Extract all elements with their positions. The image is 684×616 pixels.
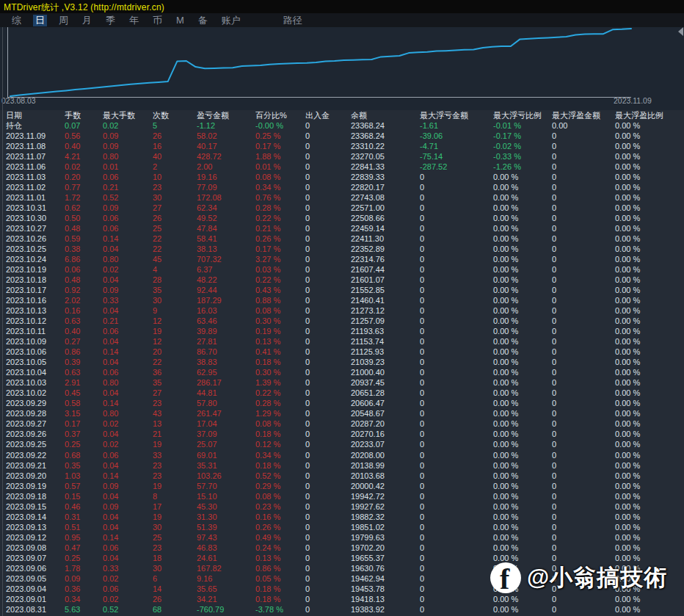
menu-item-季[interactable]: 季: [103, 15, 117, 26]
table-row[interactable]: 2023.09.130.510.043051.390.26 %019851.02…: [0, 522, 684, 532]
table-row[interactable]: 2023.09.010.340.022634.210.18 %019418.13…: [0, 594, 684, 604]
cell-max-lots: 0.09: [103, 141, 153, 151]
table-row[interactable]: 2023.09.150.460.091745.300.23 %019927.62…: [0, 501, 684, 512]
table-row[interactable]: 2023.09.290.580.142357.800.28 %020606.47…: [0, 398, 684, 408]
column-header-max-float-profit[interactable]: 最大浮盈金额: [552, 110, 615, 120]
table-row[interactable]: 2023.10.032.910.8035286.171.39 %020937.4…: [0, 377, 684, 388]
menu-item-账户[interactable]: 账户: [219, 15, 243, 26]
cell-date: 2023.09.21: [6, 460, 65, 471]
cell-max-lots: 0.04: [103, 305, 153, 316]
cell-max-lots: 0.06: [103, 213, 153, 223]
cell-lots: 0.20: [65, 172, 103, 182]
column-header-trades[interactable]: 次数: [153, 110, 197, 120]
cell-lots: 0.56: [65, 131, 103, 141]
cell-max-lots: 0.09: [103, 131, 153, 141]
table-row[interactable]: 2023.10.090.270.041227.810.13 %021153.74…: [0, 336, 684, 347]
table-row[interactable]: 2023.09.270.170.021317.040.08 %020287.20…: [0, 418, 684, 429]
table-row[interactable]: 2023.10.130.160.04916.030.08 %021273.120…: [0, 305, 684, 316]
table-row[interactable]: 2023.09.250.250.021925.070.12 %020233.07…: [0, 439, 684, 449]
table-row[interactable]: 2023.10.040.630.063662.950.30 %021000.40…: [0, 367, 684, 377]
cell-max-float-loss: 0: [420, 584, 493, 594]
scroll-left-arrow-icon[interactable]: [678, 27, 683, 36]
equity-line: [10, 29, 631, 96]
table-row[interactable]: 2023.10.310.620.092762.340.28 %022571.00…: [0, 203, 684, 213]
table-row[interactable]: 2023.09.080.470.062346.830.24 %019702.20…: [0, 543, 684, 553]
table-row[interactable]: 2023.09.120.950.142597.430.49 %019799.63…: [0, 532, 684, 543]
menu-item-周[interactable]: 周: [57, 15, 70, 26]
cell-max-float-loss: 0: [420, 254, 493, 264]
table-row[interactable]: 2023.10.246.860.8045707.323.27 %022314.7…: [0, 254, 684, 264]
column-header-pl-amount[interactable]: 盈亏金额: [197, 110, 255, 120]
cell-pl-percent: 0.28 %: [255, 203, 305, 213]
column-header-max-float-loss-ratio[interactable]: 最大浮亏比例: [493, 110, 552, 120]
column-header-lots[interactable]: 手数: [65, 110, 103, 120]
cell-max-lots: 0.06: [103, 543, 153, 553]
table-row[interactable]: 2023.10.020.450.042744.810.22 %020651.28…: [0, 388, 684, 398]
table-row[interactable]: 2023.10.260.590.142258.410.26 %022411.30…: [0, 233, 684, 244]
table-row[interactable]: 2023.10.250.380.042238.130.17 %022352.89…: [0, 244, 684, 254]
column-header-pl-percent[interactable]: 百分比%: [255, 110, 305, 120]
table-row[interactable]: 2023.09.210.350.042335.310.18 %020138.99…: [0, 460, 684, 471]
table-row[interactable]: 2023.10.110.400.061939.890.19 %021193.63…: [0, 326, 684, 336]
table-row[interactable]: 2023.08.315.630.5268-760.79-3.78 %019383…: [0, 604, 684, 615]
cell-trades: 36: [153, 367, 197, 377]
menu-item-月[interactable]: 月: [80, 15, 94, 26]
table-row[interactable]: 2023.10.162.020.3330187.290.88 %021460.4…: [0, 295, 684, 305]
column-header-max-float-loss[interactable]: 最大浮亏金额: [420, 110, 493, 120]
cell-pl-amount: 92.44: [197, 285, 255, 295]
menu-item-综[interactable]: 综: [10, 15, 23, 26]
table-row[interactable]: 2023.09.260.370.042137.090.18 %020270.16…: [0, 429, 684, 439]
table-row[interactable]: 2023.09.190.570.091957.700.29 %020000.42…: [0, 481, 684, 491]
cell-deposit: 0: [305, 471, 351, 481]
cell-max-float-profit: 0: [552, 254, 615, 264]
menu-item-年[interactable]: 年: [127, 15, 141, 26]
cell-max-lots: 0.04: [103, 336, 153, 347]
menu-item-币[interactable]: 币: [150, 15, 164, 26]
table-row[interactable]: 2023.09.220.680.063369.010.34 %020208.00…: [0, 450, 684, 460]
column-header-deposit[interactable]: 出入金: [305, 110, 351, 120]
table-row[interactable]: 2023.10.050.390.042238.830.18 %021039.23…: [0, 357, 684, 367]
cell-lots: 2.02: [65, 295, 103, 305]
table-row[interactable]: 2023.09.070.250.041824.610.13 %019655.37…: [0, 553, 684, 563]
menu-item-备[interactable]: 备: [196, 15, 210, 26]
table-row[interactable]: 2023.10.060.860.142086.700.41 %021125.93…: [0, 347, 684, 357]
table-row[interactable]: 持仓0.070.025-1.12-0.00 %023368.24-1.61-0.…: [0, 120, 684, 131]
menu-item-路径[interactable]: 路径: [281, 15, 305, 26]
table-row[interactable]: 2023.11.074.210.8040428.721.88 %023270.0…: [0, 151, 684, 162]
table-row[interactable]: 2023.11.030.200.061019.160.08 %022839.33…: [0, 172, 684, 182]
table-row[interactable]: 2023.10.300.500.062649.520.22 %022508.66…: [0, 213, 684, 223]
table-row[interactable]: 2023.11.060.020.0122.000.01 %022841.33-2…: [0, 162, 684, 172]
cell-max-float-loss-ratio: 0.00 %: [493, 388, 552, 398]
column-header-max-lots[interactable]: 最大手数: [103, 110, 153, 120]
table-row[interactable]: 2023.09.180.150.04815.100.08 %019942.720…: [0, 491, 684, 501]
column-header-balance[interactable]: 余额: [351, 110, 420, 120]
cell-max-float-profit-ratio: 0.00 %: [615, 295, 681, 305]
table-row[interactable]: 2023.09.201.030.1423103.260.52 %020103.6…: [0, 471, 684, 481]
table-row[interactable]: 2023.10.190.060.0246.370.03 %021607.4400…: [0, 264, 684, 275]
chart-end-date: 2023.11.09: [614, 96, 652, 105]
column-header-max-float-profit-ratio[interactable]: 最大浮盈比例: [615, 110, 681, 120]
cell-max-lots: 0.06: [103, 223, 153, 233]
cell-pl-percent: 1.29 %: [255, 408, 305, 418]
menu-item-M[interactable]: M: [174, 15, 186, 26]
column-header-date[interactable]: 日期: [6, 110, 65, 120]
cell-max-float-profit: 0: [552, 367, 615, 377]
cell-pl-amount: 86.70: [197, 347, 255, 357]
cell-trades: 68: [153, 604, 197, 615]
table-row[interactable]: 2023.10.180.480.042848.220.22 %021601.07…: [0, 275, 684, 285]
cell-max-lots: 0.80: [103, 408, 153, 418]
cell-max-float-loss-ratio: 0.00 %: [493, 460, 552, 471]
table-row[interactable]: 2023.10.170.920.093592.440.43 %021552.85…: [0, 285, 684, 295]
table-row[interactable]: 2023.11.080.400.091640.170.17 %023310.22…: [0, 141, 684, 151]
table-row[interactable]: 2023.09.140.310.041931.300.16 %019882.32…: [0, 512, 684, 522]
menu-item-日[interactable]: 日: [33, 15, 47, 26]
cell-balance: 19799.63: [351, 532, 420, 543]
table-row[interactable]: 2023.11.011.720.5230172.080.76 %022743.0…: [0, 192, 684, 203]
table-row[interactable]: 2023.09.283.150.8043261.471.29 %020548.6…: [0, 408, 684, 418]
table-row[interactable]: 2023.11.090.560.092658.020.25 %023368.24…: [0, 131, 684, 141]
cell-max-float-loss: 0: [420, 594, 493, 604]
table-row[interactable]: 2023.10.270.480.062547.840.21 %022459.14…: [0, 223, 684, 233]
table-row[interactable]: 2023.10.120.630.211263.460.30 %021257.09…: [0, 316, 684, 326]
chart-start-date: 023.08.03: [1, 96, 36, 105]
table-row[interactable]: 2023.11.020.770.212377.090.34 %022820.17…: [0, 182, 684, 192]
